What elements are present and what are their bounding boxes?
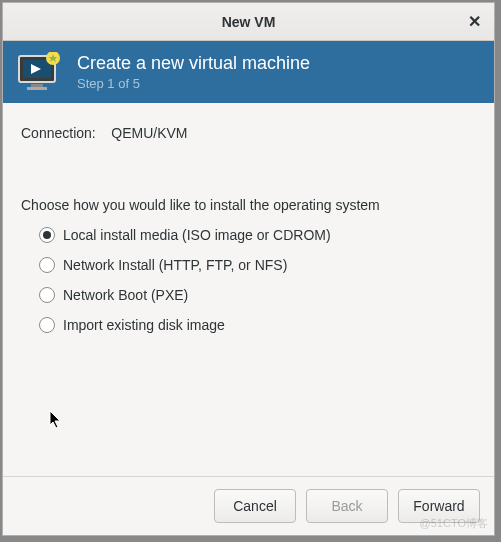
radio-icon [39, 257, 55, 273]
wizard-banner: Create a new virtual machine Step 1 of 5 [3, 41, 494, 103]
radio-icon [39, 227, 55, 243]
radio-network-boot[interactable]: Network Boot (PXE) [39, 287, 476, 303]
connection-label: Connection: [21, 125, 96, 141]
install-prompt: Choose how you would like to install the… [21, 197, 476, 213]
radio-import-disk[interactable]: Import existing disk image [39, 317, 476, 333]
radio-icon [39, 287, 55, 303]
radio-icon [39, 317, 55, 333]
dialog-body: Connection: QEMU/KVM Choose how you woul… [3, 103, 494, 476]
button-label: Forward [413, 498, 464, 514]
close-icon: ✕ [468, 12, 481, 31]
radio-label: Local install media (ISO image or CDROM) [63, 227, 331, 243]
mouse-cursor-icon [49, 410, 63, 435]
radio-label: Network Boot (PXE) [63, 287, 188, 303]
monitor-create-icon [17, 52, 63, 92]
svg-rect-3 [31, 84, 43, 87]
radio-label: Network Install (HTTP, FTP, or NFS) [63, 257, 287, 273]
svg-rect-4 [27, 87, 47, 90]
button-label: Cancel [233, 498, 277, 514]
window-title: New VM [222, 14, 276, 30]
install-method-group: Local install media (ISO image or CDROM)… [21, 227, 476, 347]
back-button[interactable]: Back [306, 489, 388, 523]
button-label: Back [331, 498, 362, 514]
connection-value: QEMU/KVM [111, 125, 187, 141]
banner-step: Step 1 of 5 [77, 76, 310, 91]
close-button[interactable]: ✕ [464, 11, 484, 31]
connection-row: Connection: QEMU/KVM [21, 125, 476, 141]
radio-label: Import existing disk image [63, 317, 225, 333]
dialog-window: New VM ✕ Create a new virtual machine St… [2, 2, 495, 536]
watermark-text: @51CTO博客 [420, 516, 488, 531]
titlebar: New VM ✕ [3, 3, 494, 41]
cancel-button[interactable]: Cancel [214, 489, 296, 523]
banner-text: Create a new virtual machine Step 1 of 5 [77, 53, 310, 91]
radio-local-media[interactable]: Local install media (ISO image or CDROM) [39, 227, 476, 243]
banner-title: Create a new virtual machine [77, 53, 310, 74]
radio-network-install[interactable]: Network Install (HTTP, FTP, or NFS) [39, 257, 476, 273]
